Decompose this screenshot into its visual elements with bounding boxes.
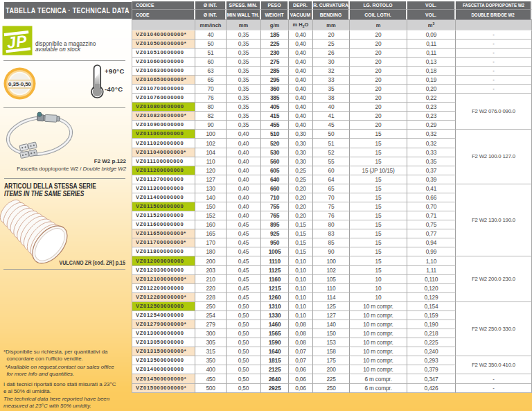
svg-text:0,35-0,50: 0,35-0,50 — [8, 81, 32, 87]
